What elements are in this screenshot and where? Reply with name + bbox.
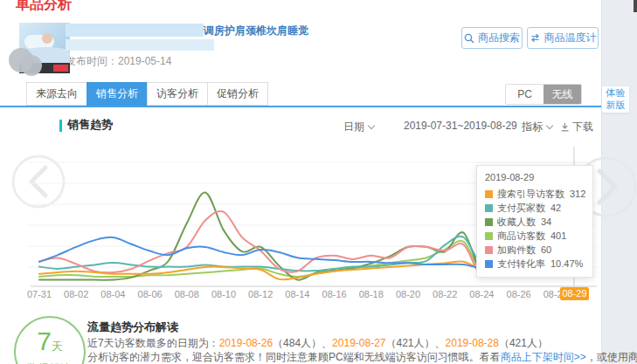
- date-range-value[interactable]: 2019-07-31~2019-08-29: [404, 120, 517, 132]
- product-search-button[interactable]: 商品搜索: [461, 27, 523, 49]
- tab-visitor-analysis[interactable]: 访客分析: [147, 82, 208, 106]
- tooltip-row: 加购件数60: [485, 243, 585, 257]
- legend-color-swatch: [485, 260, 493, 268]
- date-dropdown[interactable]: 日期: [343, 120, 374, 134]
- insight-date: 2019-08-27: [332, 337, 385, 349]
- legend-color-swatch: [485, 190, 493, 198]
- download-label: 下载: [572, 120, 593, 133]
- scrollbar-thumb[interactable]: [634, 0, 637, 12]
- toggle-wireless[interactable]: 无线: [544, 85, 581, 104]
- try-new-version-button[interactable]: 体验 新版: [602, 86, 629, 113]
- chevron-down-icon: [546, 122, 553, 129]
- badge-unit: 天: [52, 340, 63, 353]
- tooltip-date: 2019-08-29: [485, 172, 585, 182]
- tooltip-value: 401: [550, 230, 566, 241]
- tooltip-row: 收藏人数34: [485, 215, 585, 229]
- tooltip-value: 34: [541, 216, 551, 227]
- x-axis-label: 08-12: [242, 289, 279, 299]
- x-axis-label: 07-31: [21, 289, 58, 299]
- toggle-pc[interactable]: PC: [506, 85, 544, 104]
- download-button[interactable]: 下载: [560, 120, 593, 134]
- tooltip-value: 10.47%: [550, 258, 583, 269]
- insight-title: 流量趋势分布解读: [87, 319, 178, 335]
- section-title: 销售趋势: [67, 117, 113, 133]
- legend-color-swatch: [485, 204, 493, 212]
- tooltip-row: 支付买家数42: [485, 201, 585, 215]
- insight-date: 2019-08-28: [446, 337, 499, 349]
- legend-color-swatch: [485, 218, 493, 226]
- x-axis-label: 08-02: [58, 289, 94, 299]
- try-new-version-line2: 新版: [602, 99, 629, 111]
- analysis-tabs: 来源去向 销售分析 访客分析 促销分析: [26, 82, 268, 106]
- insight-line1-prefix: 近7天访客数最多的日期为：: [87, 337, 219, 349]
- section-accent-bar: [59, 120, 62, 132]
- insight-line1: 近7天访客数最多的日期为：2019-08-26（484人）、2019-08-27…: [87, 336, 548, 351]
- x-axis-label: 08-20: [390, 289, 426, 299]
- tooltip-row: 商品访客数401: [485, 229, 585, 243]
- insight-line2-text: ，或使用商品温度计诊断商品存在什么问题吧。: [586, 351, 637, 363]
- x-axis-highlight-badge: 08-29: [560, 287, 589, 300]
- redacted-title-block: [66, 24, 204, 37]
- x-axis-label: 08-18: [353, 289, 390, 299]
- tooltip-label: 支付转化率: [497, 258, 545, 271]
- insight-count: （484人）、: [273, 337, 332, 349]
- x-axis-label: 08-26: [501, 289, 537, 299]
- tooltip-value: 312: [570, 189, 585, 199]
- page-title: 单品分析: [16, 0, 72, 14]
- download-icon: [560, 122, 570, 132]
- product-image-badge: [53, 65, 68, 72]
- chevron-right-icon: [599, 171, 615, 203]
- seven-day-badge: 7天 数据解读: [14, 316, 86, 364]
- insight-line2-text: 分析访客的潜力需求，迎合访客需求！同时注意兼顾PC端和无线端访客访问习惯哦。看看: [87, 351, 501, 363]
- try-new-version-line1: 体验: [602, 86, 629, 99]
- product-thermometer-label: 商品温度计: [544, 31, 597, 45]
- exchange-arrows-icon: [530, 33, 541, 43]
- metric-dropdown-label: 指标: [522, 120, 543, 133]
- device-toggle: PC 无线: [505, 84, 582, 105]
- blurred-avatar: [21, 55, 42, 76]
- metric-dropdown[interactable]: 指标: [522, 120, 552, 134]
- legend-color-swatch: [485, 232, 493, 240]
- tabs-underline: [0, 106, 601, 107]
- search-icon: [464, 33, 474, 44]
- tab-source-destination[interactable]: 来源去向: [26, 82, 87, 106]
- x-axis-label: 08-14: [279, 289, 315, 299]
- tooltip-value: 60: [541, 244, 551, 255]
- tooltip-row: 搜索引导访客数312: [485, 187, 585, 201]
- chevron-left-icon: [31, 168, 45, 196]
- x-axis-label: 08-08: [169, 289, 205, 299]
- x-axis-label: 08-22: [426, 289, 463, 299]
- insight-date: 2019-08-26: [219, 337, 273, 349]
- product-title[interactable]: 调房护肩颈椎坎肩睡觉: [204, 24, 308, 38]
- single-product-analysis-page: 单品分析 调房护肩颈椎坎肩睡觉 发布时间：2019-05-14 商品搜索 商品温…: [0, 0, 637, 364]
- insight-count: （421人）、: [386, 337, 446, 349]
- x-axis-label: 08-06: [132, 289, 169, 299]
- legend-color-swatch: [485, 246, 493, 254]
- tooltip-label: 商品访客数: [497, 230, 545, 243]
- tab-sales-analysis[interactable]: 销售分析: [87, 82, 148, 106]
- carousel-left-circle: [13, 156, 64, 207]
- badge-number: 7: [37, 326, 52, 355]
- x-axis-label: 08-04: [94, 289, 131, 299]
- product-search-label: 商品搜索: [478, 31, 520, 45]
- chevron-down-icon: [368, 122, 375, 129]
- insight-count: （421人）: [499, 337, 548, 349]
- x-axis-label: 08-24: [463, 289, 500, 299]
- tooltip-row: 支付转化率10.47%: [485, 257, 585, 271]
- tooltip-value: 42: [550, 203, 561, 213]
- tooltip-label: 搜索引导访客数: [497, 188, 564, 201]
- tooltip-label: 加购件数: [497, 244, 536, 257]
- tooltip-label: 收藏人数: [497, 216, 536, 229]
- shelf-time-link[interactable]: 商品上下架时间>>: [501, 351, 586, 363]
- chart-tooltip: 2019-08-29 搜索引导访客数312 支付买家数42 收藏人数34 商品访…: [476, 165, 593, 278]
- tooltip-label: 支付买家数: [497, 202, 545, 215]
- product-thermometer-button[interactable]: 商品温度计: [527, 27, 599, 49]
- product-image-detail: [42, 33, 52, 44]
- insight-line2: 分析访客的潜力需求，迎合访客需求！同时注意兼顾PC端和无线端访客访问习惯哦。看看…: [87, 350, 637, 364]
- x-axis-label: 08-10: [205, 289, 242, 299]
- redacted-title-block: [66, 39, 214, 51]
- date-dropdown-label: 日期: [343, 120, 364, 133]
- x-axis-label: 08-16: [316, 289, 353, 299]
- tab-promotion-analysis[interactable]: 促销分析: [207, 82, 268, 106]
- publish-date: 发布时间：2019-05-14: [66, 54, 171, 69]
